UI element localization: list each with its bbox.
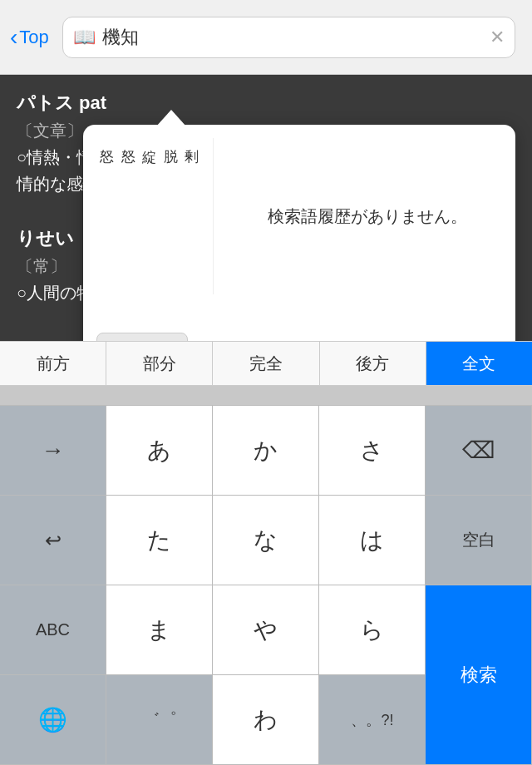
tab-partial[interactable]: 部分 [106, 342, 213, 385]
popup-main: 検索語履歴がありません。 [227, 138, 500, 294]
key-space[interactable]: 空白 [426, 496, 532, 585]
popup-bottom-row: すべて [83, 308, 515, 341]
keyboard: → あ か さ ⌫ ↩ た な は 空白 ABC ま や ら 検索 🌐 ゛゜ わ… [0, 405, 532, 765]
tab-forward-label: 前方 [37, 353, 70, 375]
key-backspace[interactable]: ⌫ [426, 406, 532, 496]
keyboard-grid: → あ か さ ⌫ ↩ た な は 空白 ABC ま や ら 検索 🌐 ゛゜ わ… [0, 405, 532, 765]
popup-vertical-text: 剰脱綻怒怒 [96, 138, 214, 294]
tab-forward[interactable]: 前方 [0, 342, 106, 385]
key-search[interactable]: 検索 [426, 585, 532, 765]
popup: 剰脱綻怒怒 検索語履歴がありません。 すべて [83, 125, 515, 341]
key-ma[interactable]: ま [106, 585, 213, 675]
key-ra[interactable]: ら [319, 585, 426, 675]
key-arrow-right[interactable]: → [0, 406, 106, 496]
tab-backward[interactable]: 後方 [320, 342, 426, 385]
key-wa[interactable]: わ [213, 675, 319, 765]
key-sa[interactable]: さ [319, 406, 426, 496]
no-history-text: 検索語履歴がありません。 [237, 205, 500, 228]
tab-exact[interactable]: 完全 [213, 342, 319, 385]
tab-fulltext-label: 全文 [462, 353, 495, 375]
tab-exact-label: 完全 [249, 353, 283, 375]
key-abc[interactable]: ABC [0, 585, 106, 675]
tab-fulltext[interactable]: 全文 [426, 342, 532, 385]
key-a[interactable]: あ [106, 406, 213, 496]
back-chevron-icon: ‹ [10, 24, 17, 51]
key-ka[interactable]: か [213, 406, 319, 496]
search-tabs: 前方 部分 完全 後方 全文 [0, 341, 532, 386]
key-ta[interactable]: た [106, 496, 213, 585]
back-button[interactable]: ‹ Top [10, 24, 49, 51]
key-na[interactable]: な [213, 496, 319, 585]
tab-partial-label: 部分 [143, 353, 176, 375]
search-bar[interactable]: 📖 機知 ✕ [62, 17, 515, 58]
book-icon: 📖 [73, 27, 96, 48]
content-area: パトス pat 〔文章〕 ○情熱・情感 情的な感情を りせい【理 〔常〕 ← ○… [0, 75, 532, 341]
tab-backward-label: 後方 [356, 353, 389, 375]
all-button[interactable]: すべて [96, 333, 188, 341]
key-punctuation[interactable]: 、。?! [319, 675, 426, 765]
back-label: Top [19, 27, 48, 48]
key-ya[interactable]: や [213, 585, 319, 675]
popup-inner: 剰脱綻怒怒 検索語履歴がありません。 [83, 125, 515, 308]
search-input[interactable]: 機知 [102, 25, 490, 50]
clear-button[interactable]: ✕ [490, 27, 505, 48]
key-undo[interactable]: ↩ [0, 496, 106, 585]
key-dakuten[interactable]: ゛゜ [106, 675, 213, 765]
key-ha[interactable]: は [319, 496, 426, 585]
nav-bar: ‹ Top 📖 機知 ✕ [0, 0, 532, 75]
popup-arrow [156, 110, 186, 126]
key-globe[interactable]: 🌐 [0, 675, 106, 765]
